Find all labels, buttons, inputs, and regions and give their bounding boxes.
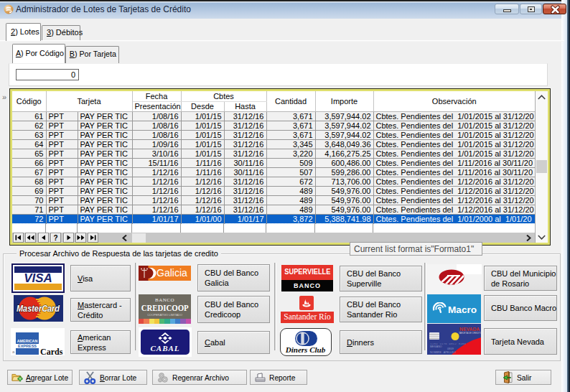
svg-text:TARJETA DE CREDITO: TARJETA DE CREDITO xyxy=(459,332,481,335)
svg-text:MasterCard: MasterCard xyxy=(17,303,60,314)
svg-text:MES/ANO: MES/ANO xyxy=(430,345,442,348)
svg-text:08/09: 08/09 xyxy=(447,347,454,350)
svg-text:NOMBRE · APELLIDO: NOMBRE · APELLIDO xyxy=(430,351,457,354)
